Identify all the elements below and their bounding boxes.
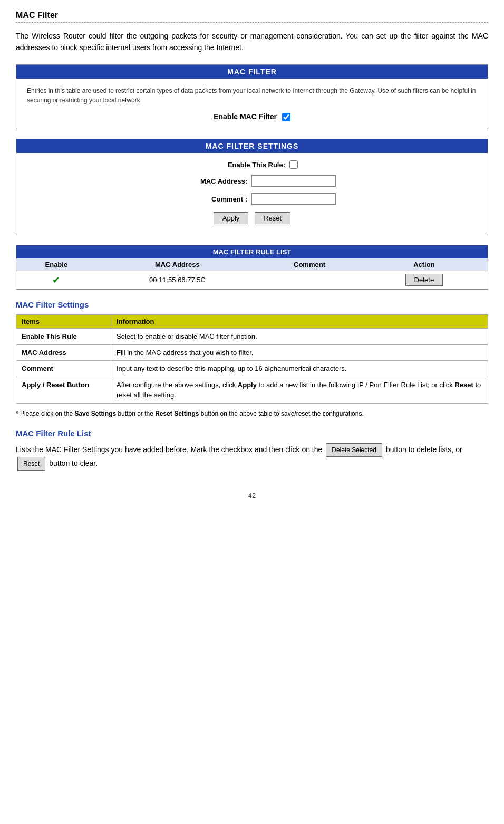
enable-rule-row: Enable This Rule: <box>32 160 472 169</box>
page-title: MAC Filter <box>16 11 488 20</box>
info-mac-address: Fill in the MAC address that you wish to… <box>111 344 488 361</box>
info-table-header-row: Items Information <box>16 315 488 329</box>
page-number: 42 <box>16 492 488 500</box>
col-mac-address: MAC Address <box>96 258 259 271</box>
table-row: ✔ 00:11:55:66:77:5C Delete <box>16 271 488 289</box>
enable-rule-label: Enable This Rule: <box>206 161 285 169</box>
info-comment: Input any text to describe this mapping,… <box>111 361 488 377</box>
comment-label: Comment : <box>168 195 247 203</box>
table-row: Apply / Reset Button After configure the… <box>16 377 488 403</box>
mac-filter-settings-section-heading: MAC Filter Settings <box>16 300 488 309</box>
mac-filter-panel: MAC FILTER Entries in this table are use… <box>16 64 488 129</box>
enable-mac-filter-checkbox[interactable] <box>282 113 290 121</box>
rule-list-text-after: button to clear. <box>49 459 98 467</box>
item-enable-rule: Enable This Rule <box>16 329 111 345</box>
info-enable-rule: Select to enable or disable MAC filter f… <box>111 329 488 345</box>
item-mac-address: MAC Address <box>16 344 111 361</box>
mac-address-input[interactable] <box>251 175 336 187</box>
apply-button[interactable]: Apply <box>214 212 249 224</box>
rule-list-table: MAC FILTER RULE LIST Enable MAC Address … <box>16 245 488 289</box>
settings-buttons: Apply Reset <box>32 212 472 224</box>
comment-input[interactable] <box>251 193 336 205</box>
mac-filter-panel-body: Entries in this table are used to restri… <box>16 79 488 129</box>
info-col-items: Items <box>16 315 111 329</box>
col-comment: Comment <box>258 258 361 271</box>
item-comment: Comment <box>16 361 111 377</box>
rule-list-text-middle: button to delete lists, or <box>386 445 462 453</box>
col-action: Action <box>361 258 488 271</box>
mac-filter-panel-header: MAC FILTER <box>16 65 488 79</box>
mac-filter-settings-header: MAC FILTER SETTINGS <box>16 139 488 153</box>
rule-list-column-headers: Enable MAC Address Comment Action <box>16 258 488 271</box>
mac-filter-settings-panel: MAC FILTER SETTINGS Enable This Rule: MA… <box>16 139 488 235</box>
info-col-information: Information <box>111 315 488 329</box>
mac-filter-settings-form: Enable This Rule: MAC Address: Comment :… <box>16 153 488 235</box>
enable-rule-checkbox[interactable] <box>289 160 298 169</box>
intro-paragraph: The Wireless Router could filter the out… <box>16 30 488 54</box>
mac-address-label: MAC Address: <box>168 177 247 185</box>
mac-filter-rule-list-section-heading: MAC Filter Rule List <box>16 429 488 438</box>
col-enable: Enable <box>16 258 96 271</box>
mac-address-row: MAC Address: <box>32 175 472 187</box>
table-row: MAC Address Fill in the MAC address that… <box>16 344 488 361</box>
delete-selected-inline-button[interactable]: Delete Selected <box>326 443 382 457</box>
reset-button[interactable]: Reset <box>255 212 290 224</box>
rule-list-description: Lists the MAC Filter Settings you have a… <box>16 443 488 471</box>
rule-list-main-header-row: MAC FILTER RULE LIST <box>16 245 488 258</box>
table-row: Comment Input any text to describe this … <box>16 361 488 377</box>
row-action: Delete <box>361 271 488 289</box>
enable-mac-filter-label: Enable MAC Filter <box>214 112 290 121</box>
rule-list-main-header: MAC FILTER RULE LIST <box>16 245 488 258</box>
row-mac-address: 00:11:55:66:77:5C <box>96 271 259 289</box>
info-apply-reset: After configure the above settings, clic… <box>111 377 488 403</box>
row-enable: ✔ <box>16 271 96 289</box>
enable-mac-filter-row: Enable MAC Filter <box>27 112 477 121</box>
note-text: * Please click on the Save Settings butt… <box>16 409 488 418</box>
item-apply-reset: Apply / Reset Button <box>16 377 111 403</box>
mac-filter-rule-list-panel: MAC FILTER RULE LIST Enable MAC Address … <box>16 245 488 290</box>
title-divider <box>16 22 488 23</box>
rule-list-text-before: Lists the MAC Filter Settings you have a… <box>16 445 322 453</box>
row-comment <box>258 271 361 289</box>
comment-row: Comment : <box>32 193 472 205</box>
mac-filter-settings-info-table: Items Information Enable This Rule Selec… <box>16 314 488 404</box>
delete-row-button[interactable]: Delete <box>405 274 443 286</box>
mac-filter-description: Entries in this table are used to restri… <box>27 86 477 105</box>
reset-inline-button[interactable]: Reset <box>17 457 45 471</box>
enabled-check-icon: ✔ <box>52 275 60 285</box>
table-row: Enable This Rule Select to enable or dis… <box>16 329 488 345</box>
